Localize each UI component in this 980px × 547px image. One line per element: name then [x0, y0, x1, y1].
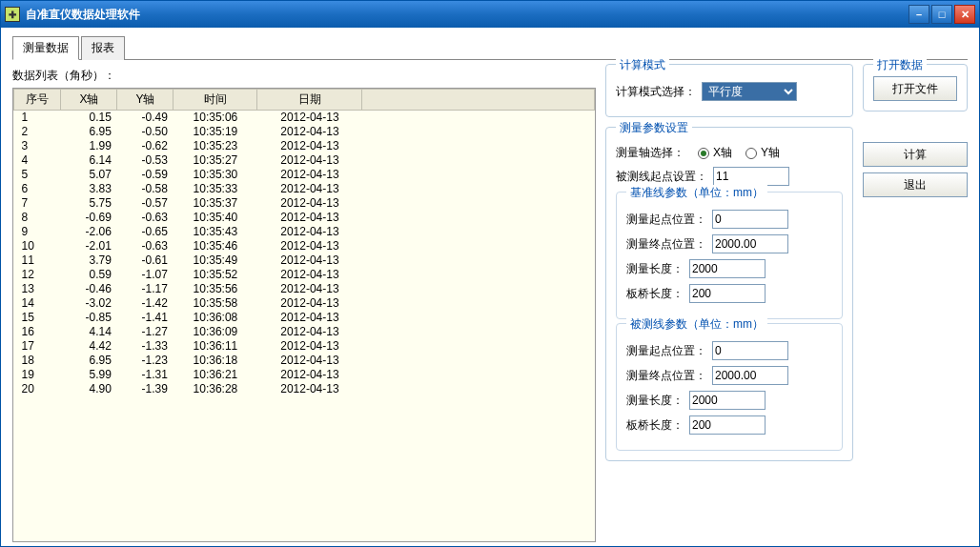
column-header[interactable]: Y轴	[117, 90, 174, 111]
minimize-button[interactable]: –	[909, 5, 929, 24]
base-bridge-label: 板桥长度：	[626, 286, 684, 302]
table-row[interactable]: 9-2.06-0.6510:35:432012-04-13	[14, 225, 595, 239]
base-bridge-input[interactable]	[689, 284, 766, 303]
table-row[interactable]: 195.99-1.3110:36:212012-04-13	[14, 368, 595, 382]
axis-y-radio[interactable]: Y轴	[745, 145, 780, 161]
left-pane: 数据列表（角秒）： 序号X轴Y轴时间日期 10.15-0.4910:35:062…	[12, 64, 596, 542]
target-length-label: 测量长度：	[626, 393, 684, 409]
client-area: 测量数据 报表 数据列表（角秒）： 序号X轴Y轴时间日期 10.15-0.491…	[1, 28, 979, 546]
table-row[interactable]: 204.90-1.3910:36:282012-04-13	[14, 382, 595, 396]
calc-mode-group: 计算模式 计算模式选择： 平行度	[605, 64, 853, 117]
startpoint-input[interactable]	[713, 167, 789, 186]
table-row[interactable]: 31.99-0.6210:35:232012-04-13	[14, 139, 595, 153]
target-bridge-input[interactable]	[689, 415, 766, 435]
tab-row: 测量数据 报表	[12, 35, 968, 60]
open-data-group: 打开数据 打开文件	[863, 64, 968, 111]
data-grid[interactable]: 序号X轴Y轴时间日期 10.15-0.4910:35:062012-04-132…	[12, 88, 596, 542]
base-line-group: 基准线参数（单位：mm） 测量起点位置： 测量终点位置： 测量长度： 板桥长度：	[616, 192, 843, 319]
table-row[interactable]: 8-0.69-0.6310:35:402012-04-13	[14, 211, 595, 225]
app-icon: ✚	[5, 7, 20, 22]
calc-mode-legend: 计算模式	[616, 57, 669, 73]
calc-button[interactable]: 计算	[863, 142, 968, 167]
target-line-group: 被测线参数（单位：mm） 测量起点位置： 测量终点位置： 测量长度： 板桥长度：	[616, 323, 843, 451]
open-file-button[interactable]: 打开文件	[873, 76, 957, 101]
meas-param-group: 测量参数设置 测量轴选择： X轴 Y轴	[605, 127, 853, 461]
table-row[interactable]: 13-0.46-1.1710:35:562012-04-13	[14, 282, 595, 296]
calc-mode-label: 计算模式选择：	[616, 84, 696, 100]
table-row[interactable]: 174.42-1.3310:36:112012-04-13	[14, 339, 595, 354]
axis-x-radio[interactable]: X轴	[698, 145, 732, 161]
radio-dot-icon	[745, 148, 757, 159]
base-length-input[interactable]	[689, 259, 766, 278]
meas-param-legend: 测量参数设置	[616, 120, 692, 136]
base-end-input[interactable]	[712, 234, 788, 253]
column-header[interactable]: 序号	[14, 90, 61, 111]
target-length-input[interactable]	[689, 391, 766, 410]
table-row[interactable]: 46.14-0.5310:35:272012-04-13	[14, 153, 595, 168]
action-column: 打开数据 打开文件 计算 退出	[863, 64, 968, 542]
settings-column: 计算模式 计算模式选择： 平行度 测量参数设置 测量轴选择：	[605, 64, 853, 542]
calc-mode-select[interactable]: 平行度	[702, 82, 797, 101]
window-buttons: – □ ✕	[909, 5, 975, 24]
window-title: 自准直仪数据处理软件	[26, 7, 909, 23]
table-row[interactable]: 113.79-0.6110:35:492012-04-13	[14, 253, 595, 268]
radio-dot-icon	[698, 148, 709, 159]
tab-report[interactable]: 报表	[81, 36, 125, 60]
maximize-button[interactable]: □	[931, 5, 952, 24]
tab-measurement-data[interactable]: 测量数据	[12, 36, 79, 60]
table-row[interactable]: 164.14-1.2710:36:092012-04-13	[14, 325, 595, 339]
target-start-label: 测量起点位置：	[626, 343, 706, 359]
table-row[interactable]: 26.95-0.5010:35:192012-04-13	[14, 125, 595, 139]
close-button[interactable]: ✕	[954, 5, 975, 24]
base-length-label: 测量长度：	[626, 261, 684, 277]
table-row[interactable]: 186.95-1.2310:36:182012-04-13	[14, 354, 595, 368]
base-line-legend: 基准线参数（单位：mm）	[626, 185, 767, 201]
table-row[interactable]: 75.75-0.5710:35:372012-04-13	[14, 196, 595, 211]
column-header[interactable]: 日期	[257, 90, 362, 111]
table-row[interactable]: 55.07-0.5910:35:302012-04-13	[14, 168, 595, 182]
column-header[interactable]: 时间	[174, 90, 257, 111]
exit-button[interactable]: 退出	[863, 172, 968, 197]
table-row[interactable]: 10.15-0.4910:35:062012-04-13	[14, 111, 595, 125]
startpoint-label: 被测线起点设置：	[616, 169, 707, 185]
axis-select-label: 测量轴选择：	[616, 145, 684, 161]
target-end-input[interactable]	[712, 366, 788, 385]
content: 数据列表（角秒）： 序号X轴Y轴时间日期 10.15-0.4910:35:062…	[12, 64, 968, 542]
target-start-input[interactable]	[712, 341, 788, 360]
table-row[interactable]: 15-0.85-1.4110:36:082012-04-13	[14, 311, 595, 325]
column-header[interactable]: X轴	[61, 90, 117, 111]
base-start-label: 测量起点位置：	[626, 212, 706, 228]
open-data-legend: 打开数据	[873, 57, 927, 73]
base-end-label: 测量终点位置：	[626, 236, 706, 253]
target-bridge-label: 板桥长度：	[626, 417, 684, 434]
right-pane: 计算模式 计算模式选择： 平行度 测量参数设置 测量轴选择：	[605, 64, 968, 542]
target-end-label: 测量终点位置：	[626, 368, 706, 384]
base-start-input[interactable]	[712, 210, 788, 229]
data-list-label: 数据列表（角秒）：	[12, 68, 596, 84]
titlebar: ✚ 自准直仪数据处理软件 – □ ✕	[1, 1, 979, 28]
table-row[interactable]: 63.83-0.5810:35:332012-04-13	[14, 182, 595, 196]
app-window: ✚ 自准直仪数据处理软件 – □ ✕ 测量数据 报表 数据列表（角秒）： 序号X…	[0, 0, 980, 547]
table-row[interactable]: 120.59-1.0710:35:522012-04-13	[14, 268, 595, 282]
target-line-legend: 被测线参数（单位：mm）	[626, 316, 767, 333]
table-row[interactable]: 10-2.01-0.6310:35:462012-04-13	[14, 239, 595, 253]
table-row[interactable]: 14-3.02-1.4210:35:582012-04-13	[14, 296, 595, 311]
